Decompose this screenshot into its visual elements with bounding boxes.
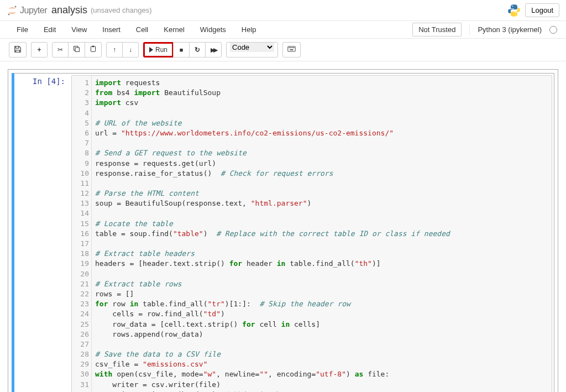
notebook-name[interactable]: analysis bbox=[51, 4, 87, 16]
run-label: Run bbox=[155, 46, 167, 54]
interrupt-button[interactable]: ■ bbox=[173, 42, 190, 58]
down-arrow-icon: ↓ bbox=[129, 46, 132, 54]
svg-rect-12 bbox=[292, 48, 294, 49]
logout-button[interactable]: Logout bbox=[525, 3, 559, 17]
menu-cell[interactable]: Cell bbox=[128, 21, 156, 38]
menu-widgets[interactable]: Widgets bbox=[192, 21, 234, 38]
jupyter-icon bbox=[7, 5, 18, 16]
divider bbox=[469, 25, 470, 35]
paste-icon bbox=[90, 45, 97, 54]
menubar: File Edit View Insert Cell Kernel Widget… bbox=[0, 21, 566, 39]
svg-rect-14 bbox=[290, 49, 294, 50]
fast-forward-icon: ▶▶ bbox=[211, 46, 216, 54]
menu-items: File Edit View Insert Cell Kernel Widget… bbox=[9, 21, 264, 38]
menu-insert[interactable]: Insert bbox=[95, 21, 128, 38]
toolbar: + ✂ ↑ ↓ Run ■ ↻ ▶▶ Code bbox=[0, 39, 566, 61]
notebook: In [4]: 1 2 3 4 5 6 7 8 9 10 11 12 13 14… bbox=[8, 69, 558, 392]
unsaved-indicator: (unsaved changes) bbox=[91, 6, 152, 14]
restart-icon: ↻ bbox=[195, 46, 200, 54]
trust-button[interactable]: Not Trusted bbox=[412, 23, 462, 36]
menu-file[interactable]: File bbox=[9, 21, 36, 38]
command-palette-button[interactable] bbox=[282, 42, 301, 58]
header: Jupyter analysis (unsaved changes) Logou… bbox=[0, 0, 566, 21]
save-button[interactable] bbox=[9, 42, 27, 58]
move-up-button[interactable]: ↑ bbox=[106, 42, 123, 58]
restart-button[interactable]: ↻ bbox=[189, 42, 206, 58]
logo-text: Jupyter bbox=[20, 6, 47, 15]
svg-rect-11 bbox=[291, 48, 292, 49]
svg-rect-10 bbox=[290, 48, 291, 49]
line-gutter: 1 2 3 4 5 6 7 8 9 10 11 12 13 14 15 16 1… bbox=[72, 76, 92, 392]
menu-help[interactable]: Help bbox=[234, 21, 264, 38]
cut-button[interactable]: ✂ bbox=[52, 42, 69, 58]
run-button[interactable]: Run bbox=[143, 42, 174, 58]
python-icon bbox=[507, 4, 521, 17]
menu-edit[interactable]: Edit bbox=[36, 21, 64, 38]
restart-run-all-button[interactable]: ▶▶ bbox=[205, 42, 222, 58]
svg-rect-13 bbox=[294, 48, 295, 49]
up-arrow-icon: ↑ bbox=[113, 46, 116, 54]
paste-button[interactable] bbox=[85, 42, 102, 58]
code-cell[interactable]: In [4]: 1 2 3 4 5 6 7 8 9 10 11 12 13 14… bbox=[12, 73, 554, 392]
svg-point-3 bbox=[515, 14, 516, 15]
svg-point-1 bbox=[8, 13, 10, 15]
svg-rect-5 bbox=[75, 48, 79, 51]
keyboard-icon bbox=[287, 46, 296, 54]
code-editor[interactable]: import requests from bs4 import Beautifu… bbox=[92, 76, 552, 392]
move-down-button[interactable]: ↓ bbox=[122, 42, 139, 58]
notebook-container: In [4]: 1 2 3 4 5 6 7 8 9 10 11 12 13 14… bbox=[0, 61, 566, 392]
svg-rect-9 bbox=[289, 48, 290, 49]
svg-rect-8 bbox=[288, 46, 296, 51]
copy-button[interactable] bbox=[68, 42, 85, 58]
cell-type-dropdown[interactable]: Code bbox=[230, 43, 274, 52]
kernel-indicator-icon[interactable] bbox=[549, 26, 557, 34]
plus-icon: + bbox=[37, 46, 41, 54]
kernel-name[interactable]: Python 3 (ipykernel) bbox=[478, 25, 542, 34]
cell-type-select[interactable]: Code bbox=[226, 42, 278, 58]
scissors-icon: ✂ bbox=[57, 46, 63, 54]
input-area[interactable]: 1 2 3 4 5 6 7 8 9 10 11 12 13 14 15 16 1… bbox=[71, 75, 552, 392]
svg-rect-7 bbox=[92, 46, 94, 47]
copy-icon bbox=[73, 45, 80, 54]
menu-kernel[interactable]: Kernel bbox=[156, 21, 192, 38]
input-prompt: In [4]: bbox=[14, 74, 70, 392]
svg-point-2 bbox=[512, 6, 513, 7]
play-icon bbox=[149, 47, 153, 53]
svg-point-0 bbox=[15, 6, 17, 7]
logo[interactable]: Jupyter bbox=[7, 5, 47, 16]
add-cell-button[interactable]: + bbox=[31, 42, 48, 58]
save-icon bbox=[14, 45, 22, 55]
menu-view[interactable]: View bbox=[64, 21, 95, 38]
stop-icon: ■ bbox=[180, 46, 184, 53]
